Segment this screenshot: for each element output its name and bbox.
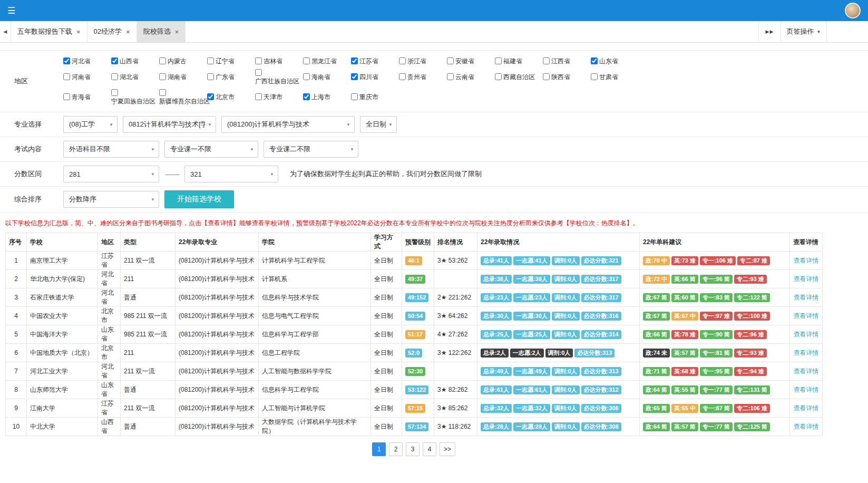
tab-item[interactable]: 02经济学× xyxy=(87,21,137,42)
region-option[interactable]: 上海市 xyxy=(303,93,351,101)
course-two-select[interactable]: 专业课二不限 xyxy=(264,141,358,158)
view-detail-link[interactable]: 查看详情 xyxy=(794,257,819,264)
major-name-select[interactable]: (081200)计算机科学与技术 xyxy=(221,116,355,133)
region-checkbox[interactable] xyxy=(255,93,262,100)
region-option[interactable]: 西藏自治区 xyxy=(495,73,543,81)
region-checkbox[interactable] xyxy=(351,73,358,80)
region-option[interactable]: 北京市 xyxy=(207,93,255,101)
region-option[interactable]: 辽宁省 xyxy=(207,57,255,65)
region-option[interactable]: 河南省 xyxy=(63,73,111,81)
view-detail-link[interactable]: 查看详情 xyxy=(794,331,819,338)
region-option[interactable]: 甘肃省 xyxy=(591,73,639,81)
region-option[interactable]: 广西壮族自治区 xyxy=(255,69,303,85)
region-checkbox[interactable] xyxy=(207,93,214,100)
region-option[interactable]: 海南省 xyxy=(303,73,351,81)
view-detail-link[interactable]: 查看详情 xyxy=(794,404,819,412)
view-detail-link[interactable]: 查看详情 xyxy=(794,294,819,301)
region-checkbox[interactable] xyxy=(591,57,598,64)
score-min-select[interactable]: 281 xyxy=(63,166,159,182)
region-checkbox[interactable] xyxy=(111,57,118,64)
page-button[interactable]: 4 xyxy=(423,442,436,456)
region-checkbox[interactable] xyxy=(351,93,358,100)
page-button[interactable]: 1 xyxy=(372,442,386,456)
region-option[interactable]: 云南省 xyxy=(447,73,495,81)
region-option[interactable]: 江西省 xyxy=(543,57,591,65)
region-checkbox[interactable] xyxy=(495,57,502,64)
filter-submit-button[interactable]: 开始筛选学校 xyxy=(164,190,234,208)
region-checkbox[interactable] xyxy=(159,57,166,64)
course-one-select[interactable]: 专业课一不限 xyxy=(164,141,258,158)
region-option[interactable]: 贵州省 xyxy=(399,73,447,81)
region-checkbox[interactable] xyxy=(543,57,550,64)
region-option[interactable]: 陕西省 xyxy=(543,73,591,81)
region-checkbox[interactable] xyxy=(111,89,118,96)
tab-item[interactable]: 五年数据报告下载× xyxy=(11,21,87,42)
region-checkbox[interactable] xyxy=(207,57,214,64)
region-option[interactable]: 宁夏回族自治区 xyxy=(111,89,159,105)
region-option[interactable]: 福建省 xyxy=(495,57,543,65)
tab-item[interactable]: 院校筛选× xyxy=(137,21,186,42)
region-checkbox[interactable] xyxy=(543,73,550,80)
region-option[interactable]: 四川省 xyxy=(351,73,399,81)
region-checkbox[interactable] xyxy=(207,73,214,80)
region-option[interactable]: 河北省 xyxy=(63,57,111,65)
region-checkbox[interactable] xyxy=(255,57,262,64)
region-checkbox[interactable] xyxy=(63,73,70,80)
region-option[interactable]: 湖南省 xyxy=(159,73,207,81)
region-option[interactable]: 浙江省 xyxy=(399,57,447,65)
region-option[interactable]: 内蒙古 xyxy=(159,57,207,65)
region-checkbox[interactable] xyxy=(63,57,70,64)
region-checkbox[interactable] xyxy=(303,73,310,80)
score-max-select[interactable]: 321 xyxy=(184,166,278,182)
view-detail-link[interactable]: 查看详情 xyxy=(794,312,819,320)
major-category-select[interactable]: (08)工学 xyxy=(63,116,118,133)
region-checkbox[interactable] xyxy=(495,73,502,80)
menu-icon[interactable]: ☰ xyxy=(5,6,17,15)
region-checkbox[interactable] xyxy=(63,93,70,100)
region-option[interactable]: 湖北省 xyxy=(111,73,159,81)
region-checkbox[interactable] xyxy=(303,57,310,64)
region-checkbox[interactable] xyxy=(351,57,358,64)
tab-operations-dropdown[interactable]: 页签操作 ▼ xyxy=(781,21,827,42)
major-code-select[interactable]: 0812计算机科学与技术[学硕 xyxy=(123,116,216,133)
region-option[interactable]: 黑龙江省 xyxy=(303,57,351,65)
user-avatar[interactable] xyxy=(845,3,861,18)
sort-order-select[interactable]: 分数降序 xyxy=(63,191,159,208)
region-checkbox[interactable] xyxy=(447,57,454,64)
view-detail-link[interactable]: 查看详情 xyxy=(794,349,819,356)
region-checkbox[interactable] xyxy=(591,73,598,80)
region-option[interactable]: 重庆市 xyxy=(351,93,399,101)
tab-close-icon[interactable]: × xyxy=(76,28,81,35)
tab-close-icon[interactable]: × xyxy=(126,28,130,35)
next-page-button[interactable]: >> xyxy=(440,442,455,456)
region-checkbox[interactable] xyxy=(159,89,166,96)
region-checkbox[interactable] xyxy=(399,73,406,80)
view-detail-link[interactable]: 查看详情 xyxy=(794,275,819,283)
region-option[interactable]: 江苏省 xyxy=(351,57,399,65)
region-checkbox[interactable] xyxy=(159,73,166,80)
region-option[interactable]: 山东省 xyxy=(591,57,639,65)
region-option[interactable]: 山西省 xyxy=(111,57,159,65)
region-checkbox[interactable] xyxy=(447,73,454,80)
admission-badge: 调剂:0人 xyxy=(552,385,580,394)
tabs-scroll-left-icon[interactable]: ◀ xyxy=(0,21,11,42)
tabs-scroll-right-icon[interactable]: ▶▶ xyxy=(758,21,781,42)
view-detail-link[interactable]: 查看详情 xyxy=(794,423,819,430)
region-option[interactable]: 天津市 xyxy=(255,93,303,101)
view-detail-link[interactable]: 查看详情 xyxy=(794,368,819,375)
region-option[interactable]: 安徽省 xyxy=(447,57,495,65)
region-option[interactable]: 新疆维吾尔自治区 xyxy=(159,89,207,105)
region-option[interactable]: 吉林省 xyxy=(255,57,303,65)
region-checkbox[interactable] xyxy=(303,93,310,100)
tab-close-icon[interactable]: × xyxy=(175,28,179,35)
page-button[interactable]: 3 xyxy=(406,442,420,456)
study-mode-select[interactable]: 全日制 xyxy=(360,116,397,133)
view-detail-link[interactable]: 查看详情 xyxy=(794,386,819,393)
foreign-language-select[interactable]: 外语科目不限 xyxy=(63,141,159,158)
region-option[interactable]: 广东省 xyxy=(207,73,255,81)
page-button[interactable]: 2 xyxy=(389,442,403,456)
region-checkbox[interactable] xyxy=(399,57,406,64)
region-checkbox[interactable] xyxy=(111,73,118,80)
region-checkbox[interactable] xyxy=(255,69,262,76)
region-option[interactable]: 青海省 xyxy=(63,93,111,101)
